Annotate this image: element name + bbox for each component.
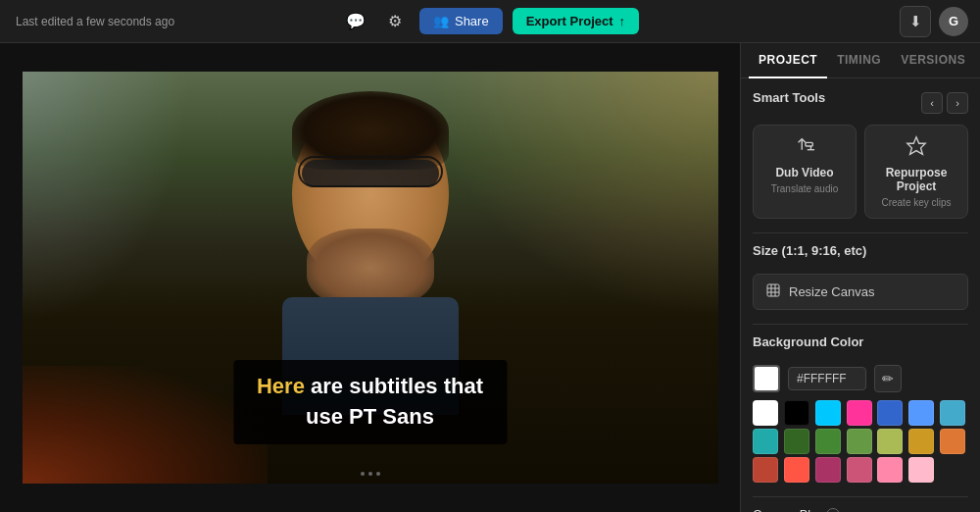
subtitle-line1: Here are subtitles that xyxy=(257,372,483,402)
palette-color-lightblue[interactable] xyxy=(908,400,934,426)
dot-2 xyxy=(368,472,372,476)
panel-content: Smart Tools ‹ › xyxy=(741,78,980,512)
palette-color-light-pink[interactable] xyxy=(877,457,903,483)
tabs-bar: PROJECT TIMING VERSIONS xyxy=(741,43,980,78)
topbar: Last edited a few seconds ago 💬 ⚙ 👥 Shar… xyxy=(0,0,980,43)
palette-color-pink[interactable] xyxy=(847,400,872,426)
tools-grid: Dub Video Translate audio Repurpose Proj… xyxy=(753,125,968,219)
palette-color-green[interactable] xyxy=(815,429,841,454)
subtitle-line2: use PT Sans xyxy=(257,402,483,433)
tab-versions[interactable]: VERSIONS xyxy=(891,43,975,78)
settings-button[interactable]: ⚙ xyxy=(380,7,410,36)
video-container: Here are subtitles that use PT Sans xyxy=(23,72,718,484)
svg-rect-2 xyxy=(767,284,779,296)
palette-color-orange[interactable] xyxy=(940,429,965,454)
size-label: Size (1:1, 9:16, etc) xyxy=(753,243,866,258)
dub-video-icon xyxy=(794,135,815,162)
svg-marker-1 xyxy=(907,137,925,154)
repurpose-icon xyxy=(906,135,927,162)
resize-label: Resize Canvas xyxy=(789,284,874,299)
main-content: Here are subtitles that use PT Sans PROJ… xyxy=(0,43,980,512)
palette-color-teal[interactable] xyxy=(940,400,965,426)
download-button[interactable]: ⬇ xyxy=(900,6,931,37)
size-row: Size (1:1, 9:16, etc) xyxy=(753,243,968,268)
palette-color-red[interactable] xyxy=(784,457,809,483)
subtitle-highlight: Here xyxy=(257,374,305,398)
repurpose-name: Repurpose Project xyxy=(873,166,959,193)
background-color-row: Background Color xyxy=(753,334,968,359)
dub-video-tool[interactable]: Dub Video Translate audio xyxy=(753,125,857,219)
palette-color-pale-pink[interactable] xyxy=(908,457,934,483)
last-edited-text: Last edited a few seconds ago xyxy=(16,15,174,28)
palette-color-yellow-green[interactable] xyxy=(877,429,903,454)
topbar-right: ⬇ G xyxy=(900,6,968,37)
video-area: Here are subtitles that use PT Sans xyxy=(0,43,740,512)
divider-2 xyxy=(753,324,968,325)
color-picker-row: ✏ xyxy=(753,365,968,392)
palette-color-burgundy[interactable] xyxy=(815,457,841,483)
palette-color-white[interactable] xyxy=(753,400,778,426)
color-palette xyxy=(753,400,968,483)
palette-color-dark-red[interactable] xyxy=(753,457,778,483)
background-color-label: Background Color xyxy=(753,334,863,349)
avatar-button[interactable]: G xyxy=(939,7,968,36)
palette-color-cyan[interactable] xyxy=(815,400,841,426)
nav-prev-button[interactable]: ‹ xyxy=(921,92,943,114)
canvas-blur-label: Canvas Blur ? xyxy=(753,507,840,512)
palette-color-olive[interactable] xyxy=(847,429,872,454)
export-icon: ↑ xyxy=(619,14,626,28)
color-swatch[interactable] xyxy=(753,365,780,392)
palette-color-rose[interactable] xyxy=(847,457,872,483)
nav-next-button[interactable]: › xyxy=(947,92,968,114)
subtitle-container: Here are subtitles that use PT Sans xyxy=(233,360,507,444)
smart-tools-header: Smart Tools ‹ › xyxy=(753,90,968,115)
share-button[interactable]: 👥 Share xyxy=(419,8,503,34)
smart-tools-label: Smart Tools xyxy=(753,90,825,105)
repurpose-project-tool[interactable]: Repurpose Project Create key clips xyxy=(864,125,968,219)
eyedropper-button[interactable]: ✏ xyxy=(874,365,902,392)
export-label: Export Project xyxy=(526,14,613,28)
topbar-center: 💬 ⚙ 👥 Share Export Project ↑ xyxy=(341,7,639,36)
smart-tools-nav: ‹ › xyxy=(921,92,968,114)
color-hex-input[interactable] xyxy=(788,367,866,390)
dot-1 xyxy=(361,472,365,476)
dub-video-name: Dub Video xyxy=(775,166,833,179)
canvas-blur-option-row: Canvas Blur ? xyxy=(753,507,968,512)
canvas-blur-help-icon[interactable]: ? xyxy=(826,508,840,513)
palette-color-blue[interactable] xyxy=(877,400,903,426)
divider-1 xyxy=(753,232,968,233)
topbar-left: Last edited a few seconds ago xyxy=(16,15,174,28)
tab-project[interactable]: PROJECT xyxy=(749,43,827,78)
dot-3 xyxy=(376,472,380,476)
repurpose-desc: Create key clips xyxy=(881,197,951,208)
resize-icon xyxy=(765,282,781,301)
resize-canvas-button[interactable]: Resize Canvas xyxy=(753,274,968,310)
bottom-dots xyxy=(361,472,380,476)
subtitle-line1-rest: are subtitles that xyxy=(305,374,483,398)
share-icon: 👥 xyxy=(433,14,449,28)
right-panel: PROJECT TIMING VERSIONS Smart Tools ‹ › xyxy=(740,43,980,512)
comment-button[interactable]: 💬 xyxy=(341,7,370,36)
tab-timing[interactable]: TIMING xyxy=(827,43,891,78)
dub-video-desc: Translate audio xyxy=(771,183,839,194)
svg-rect-0 xyxy=(806,142,812,146)
palette-color-darkgreen[interactable] xyxy=(784,429,809,454)
palette-color-black[interactable] xyxy=(784,400,809,426)
export-button[interactable]: Export Project ↑ xyxy=(513,8,639,34)
share-label: Share xyxy=(455,14,489,28)
palette-color-teal2[interactable] xyxy=(753,429,778,454)
divider-3 xyxy=(753,496,968,497)
palette-color-gold[interactable] xyxy=(908,429,934,454)
